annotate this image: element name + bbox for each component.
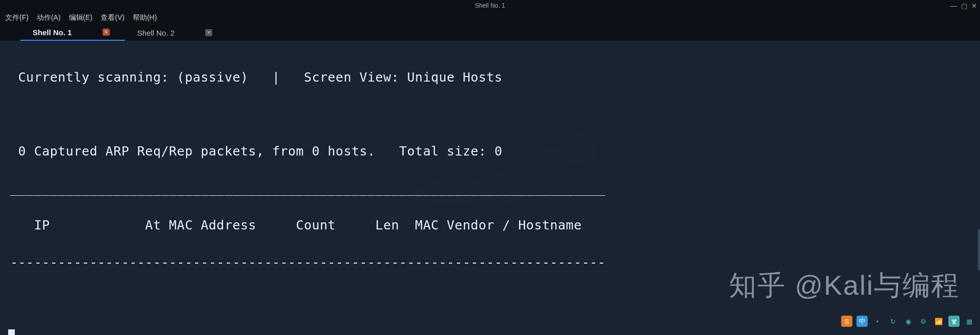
maximize-button[interactable]: ▢ — [961, 2, 967, 10]
close-button[interactable]: ✕ — [971, 2, 977, 10]
menu-edit[interactable]: 编辑(E) — [69, 13, 93, 22]
table-header: IP At MAC Address Count Len MAC Vendor /… — [10, 216, 970, 235]
system-tray: S 中 • ↻ ◉ ⚙ 📶 👕 ▦ — [841, 316, 975, 327]
menu-help[interactable]: 帮助(H) — [133, 13, 157, 22]
wifi-icon[interactable]: 📶 — [933, 316, 944, 327]
tabbar: Shell No. 1 × Shell No. 2 × — [0, 24, 980, 41]
scrollbar[interactable] — [978, 229, 980, 270]
mic-icon[interactable]: ◉ — [902, 316, 914, 327]
shirt-icon[interactable]: 👕 — [948, 316, 960, 327]
terminal-output[interactable]: Currently scanning: (passive) | Screen V… — [0, 41, 980, 335]
scan-status-line: Currently scanning: (passive) | Screen V… — [10, 68, 970, 87]
window-controls: — ▢ ✕ — [950, 2, 977, 10]
close-tab-icon[interactable]: × — [103, 29, 110, 36]
window-title: Shell No. 1 — [475, 2, 505, 9]
menu-action[interactable]: 动作(A) — [37, 13, 61, 22]
close-tab-icon[interactable]: × — [205, 29, 212, 36]
tab-shell-1[interactable]: Shell No. 1 × — [20, 24, 125, 41]
cursor — [8, 329, 15, 335]
minimize-button[interactable]: — — [950, 2, 957, 10]
menu-file[interactable]: 文件(F) — [5, 13, 29, 22]
tab-label: Shell No. 2 — [137, 29, 175, 37]
menubar: 文件(F) 动作(A) 编辑(E) 查看(V) 帮助(H) — [0, 11, 980, 24]
titlebar: Shell No. 1 — ▢ ✕ — [0, 0, 980, 11]
capture-stats-line: 0 Captured ARP Req/Rep packets, from 0 h… — [10, 142, 970, 161]
blank-line — [10, 106, 970, 124]
refresh-icon[interactable]: ↻ — [887, 316, 898, 327]
settings-icon[interactable]: ⚙ — [918, 316, 929, 327]
tray-dot-icon[interactable]: • — [872, 316, 883, 327]
grid-icon[interactable]: ▦ — [964, 316, 975, 327]
blank-line — [10, 290, 970, 308]
tray-icon[interactable]: S — [841, 316, 852, 327]
divider-line: ________________________________________… — [10, 179, 970, 198]
tab-shell-2[interactable]: Shell No. 2 × — [125, 24, 228, 41]
divider-line: ----------------------------------------… — [10, 253, 970, 272]
menu-view[interactable]: 查看(V) — [101, 13, 125, 22]
ime-icon[interactable]: 中 — [856, 316, 868, 327]
tab-label: Shell No. 1 — [33, 28, 72, 37]
